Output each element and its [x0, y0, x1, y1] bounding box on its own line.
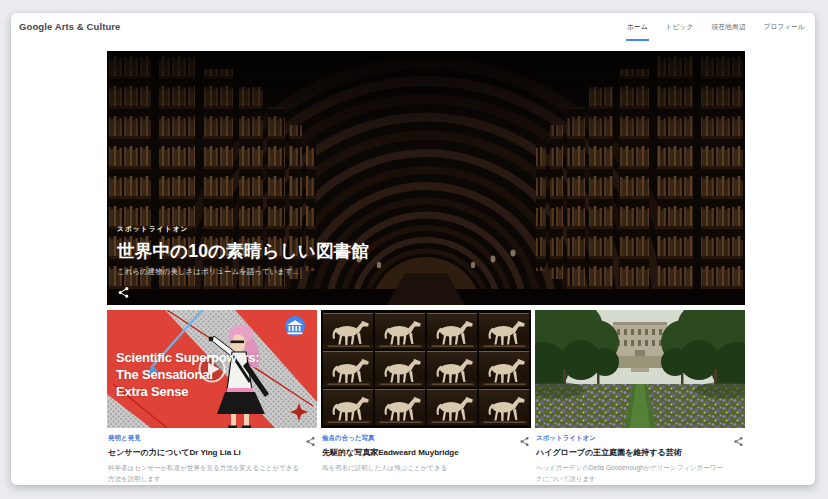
- main-content: スポットライトオン 世界中の10の素晴らしい図書館 これらの建物の美しさはボリュ…: [107, 51, 745, 484]
- hero-share-button[interactable]: [117, 285, 130, 298]
- horse-frame: [427, 351, 477, 387]
- story-card-sensors[interactable]: Scientific Superpowers: The Sensational …: [107, 310, 317, 484]
- horse-frame: [375, 389, 425, 425]
- nav-tab-topics[interactable]: トピック: [665, 20, 695, 41]
- hero-title: 世界中の10の素晴らしい図書館: [117, 239, 369, 263]
- muybridge-frames-grid: [321, 310, 531, 428]
- card-meta: 焦点の合った写真 先駆的な写真家Eadweard Muybridge 馬を有名に…: [321, 428, 531, 473]
- card-description: ヘッドガーデンのDebs Goodenoughがグリーンフィンガーワークについて…: [536, 462, 729, 484]
- card-title: ハイグローブの王立庭園を維持する芸術: [536, 447, 729, 458]
- card-image-garden[interactable]: [535, 310, 745, 428]
- page: Google Arts & Culture ホーム トピック 現在地周辺 プロフ…: [11, 13, 815, 485]
- card-title: 先駆的な写真家Eadweard Muybridge: [322, 447, 515, 458]
- horse-frame: [479, 351, 529, 387]
- card-meta: 発明と発見 センサーの力についてDr Ying Lia Li 科学者はセンサーが…: [107, 428, 317, 484]
- horse-frame: [375, 313, 425, 349]
- hero-eyebrow: スポットライトオン: [117, 225, 369, 234]
- share-icon: [305, 436, 316, 447]
- card-image-horses[interactable]: [321, 310, 531, 428]
- nav-tab-nearby[interactable]: 現在地周辺: [710, 20, 746, 41]
- card-category[interactable]: 焦点の合った写真: [322, 434, 515, 443]
- card-description: 科学者はセンサーが私達が世界を見る方法を変えることができる方法を説明します: [108, 462, 301, 484]
- card-share-button[interactable]: [733, 433, 744, 444]
- card-category[interactable]: スポットライトオン: [536, 434, 729, 443]
- google-arts-culture-logo[interactable]: Google Arts & Culture: [19, 21, 121, 32]
- top-nav: ホーム トピック 現在地周辺 プロフィール: [626, 20, 806, 41]
- horse-frame: [323, 389, 373, 425]
- horse-frame: [479, 313, 529, 349]
- card-share-button[interactable]: [519, 433, 530, 444]
- share-icon: [117, 286, 130, 299]
- story-card-muybridge[interactable]: 焦点の合った写真 先駆的な写真家Eadweard Muybridge 馬を有名に…: [321, 310, 531, 484]
- card-description: 馬を有名に証明した人は飛ぶことができる: [322, 462, 515, 473]
- card-image-illustration[interactable]: Scientific Superpowers: The Sensational …: [107, 310, 317, 428]
- share-icon: [733, 436, 744, 447]
- garden-image: [535, 310, 745, 428]
- horse-frame: [323, 313, 373, 349]
- card-meta: スポットライトオン ハイグローブの王立庭園を維持する芸術 ヘッドガーデンのDeb…: [535, 428, 745, 484]
- nav-tab-profile[interactable]: プロフィール: [762, 20, 806, 41]
- card-category[interactable]: 発明と発見: [108, 434, 301, 443]
- horse-frame: [427, 389, 477, 425]
- hero-story-card[interactable]: スポットライトオン 世界中の10の素晴らしい図書館 これらの建物の美しさはボリュ…: [107, 51, 745, 305]
- video-overlay-title: Scientific Superpowers: The Sensational …: [116, 350, 260, 401]
- story-card-highgrove[interactable]: スポットライトオン ハイグローブの王立庭園を維持する芸術 ヘッドガーデンのDeb…: [535, 310, 745, 484]
- story-cards-row: Scientific Superpowers: The Sensational …: [107, 310, 745, 484]
- museum-icon-badge: [285, 316, 305, 336]
- hero-text-block: スポットライトオン 世界中の10の素晴らしい図書館 これらの建物の美しさはボリュ…: [117, 225, 369, 298]
- hero-subtitle: これらの建物の美しさはボリュームを語っています...: [117, 267, 369, 277]
- horse-frame: [375, 351, 425, 387]
- nav-tab-home[interactable]: ホーム: [626, 20, 649, 41]
- horse-frame: [323, 351, 373, 387]
- card-title: センサーの力についてDr Ying Lia Li: [108, 447, 301, 458]
- share-icon: [519, 436, 530, 447]
- card-share-button[interactable]: [305, 433, 316, 444]
- horse-frame: [479, 389, 529, 425]
- horse-frame: [427, 313, 477, 349]
